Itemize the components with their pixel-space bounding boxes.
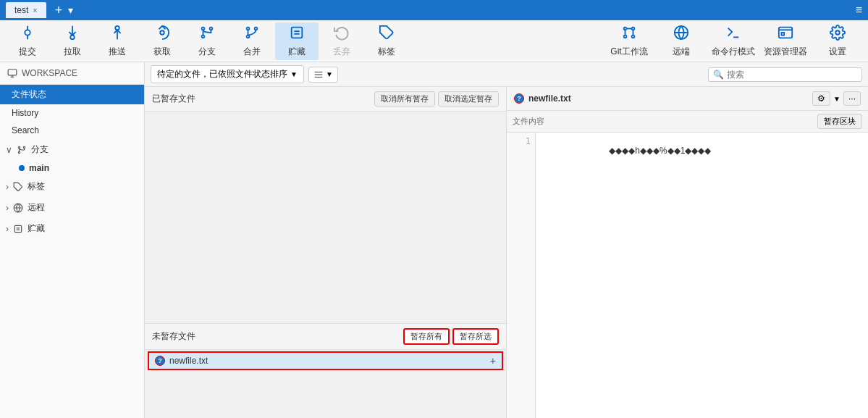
fetch-button[interactable]: 获取 (140, 22, 184, 60)
file-content-question-icon: ? (514, 93, 524, 104)
search-input[interactable] (727, 70, 857, 80)
fetch-label: 获取 (153, 46, 171, 58)
file-question-icon: ? (155, 356, 165, 366)
new-tab-button[interactable]: + (55, 3, 63, 18)
stash-selected-button[interactable]: 暂存所选 (452, 328, 499, 345)
unstashed-section: 未暂存文件 暂存所有 暂存所选 ? newfile.txt + (145, 324, 506, 418)
sidebar: WORKSPACE 文件状态 History Search ∨ 分支 main (0, 62, 145, 418)
filter-dropdown-label: 待定的文件，已依照文件状态排序 (157, 68, 287, 80)
file-name-label: newfile.txt (169, 356, 208, 366)
sidebar-section-header-tags[interactable]: › 标签 (0, 176, 144, 197)
explorer-button[interactable]: 资源管理器 (761, 22, 810, 60)
remote-section-icon (13, 203, 23, 213)
svg-point-0 (25, 30, 30, 35)
settings-icon (830, 25, 846, 44)
svg-rect-41 (14, 225, 21, 232)
svg-point-36 (18, 151, 20, 153)
svg-rect-30 (782, 33, 785, 35)
sidebar-section-stash: › 贮藏 (0, 218, 144, 239)
svg-point-20 (624, 27, 627, 30)
tag-label: 标签 (378, 46, 395, 58)
monitor-icon (7, 68, 17, 78)
more-options-button[interactable]: ··· (843, 91, 861, 106)
svg-point-23 (632, 35, 635, 38)
chevron-down-icon: ∨ (6, 145, 12, 155)
branch-section-icon (17, 145, 27, 155)
stash-label: 贮藏 (288, 46, 306, 58)
title-tab[interactable]: test × (6, 2, 46, 18)
close-tab-button[interactable]: × (33, 6, 37, 14)
stash-button[interactable]: 贮藏 (275, 22, 319, 60)
sidebar-section-remotes: › 远程 (0, 197, 144, 218)
cancel-all-stash-button[interactable]: 取消所有暂存 (374, 91, 435, 106)
branch-button[interactable]: 分支 (185, 22, 229, 60)
push-button[interactable]: 推送 (96, 22, 139, 60)
pull-label: 拉取 (64, 46, 81, 58)
settings-button[interactable]: 设置 (813, 22, 862, 60)
sidebar-section-header-stash[interactable]: › 贮藏 (0, 218, 144, 239)
list-icon (313, 70, 324, 80)
current-branch-dot (19, 165, 25, 171)
gitflow-label: Git工作流 (610, 46, 647, 58)
merge-button[interactable]: 合并 (230, 22, 274, 60)
svg-point-37 (23, 146, 25, 148)
gitflow-button[interactable]: Git工作流 (604, 22, 654, 60)
toolbar: 提交 拉取 推送 (0, 20, 868, 62)
pull-button[interactable]: 拉取 (51, 22, 94, 60)
remote-label: 远端 (673, 46, 690, 58)
filter-chevron-icon: ▼ (326, 70, 333, 78)
filter-dropdown[interactable]: 待定的文件，已依照文件状态排序 ▼ (151, 65, 304, 83)
stash-section-icon (13, 224, 23, 234)
discard-label: 丢弃 (333, 46, 350, 58)
stash-block-button[interactable]: 暂存区块 (817, 114, 862, 129)
cancel-selected-stash-button[interactable]: 取消选定暂存 (438, 91, 499, 106)
remote-button[interactable]: 远端 (657, 22, 706, 60)
diff-header-text: 文件内容 (513, 116, 544, 127)
terminal-button[interactable]: 命令行模式 (709, 22, 758, 60)
stash-content: 已暂存文件 取消所有暂存 取消选定暂存 未暂存文件 暂存所有 暂 (145, 87, 868, 418)
filter-list-button[interactable]: ▼ (308, 67, 338, 83)
unstashed-file-row[interactable]: ? newfile.txt + (148, 351, 503, 370)
svg-rect-32 (8, 70, 17, 75)
branch-icon (199, 25, 215, 44)
dropdown-chevron-icon: ▼ (290, 70, 298, 78)
sidebar-section-header-remotes[interactable]: › 远程 (0, 197, 144, 218)
commit-button[interactable]: 提交 (6, 22, 49, 60)
stash-all-button[interactable]: 暂存所有 (403, 328, 450, 345)
sidebar-item-search[interactable]: Search (0, 122, 144, 139)
search-box[interactable] (708, 67, 862, 82)
files-panel: 已暂存文件 取消所有暂存 取消选定暂存 未暂存文件 暂存所有 暂 (145, 87, 507, 418)
filter-left: 待定的文件，已依照文件状态排序 ▼ ▼ (151, 65, 338, 83)
diff-area: 1 ◆◆◆◆h◆◆◆%◆◆1◆◆◆◆ (507, 133, 868, 418)
chevron-right-icon-stash: › (6, 224, 9, 234)
merge-icon (244, 25, 260, 44)
gitflow-icon (621, 25, 637, 44)
commit-label: 提交 (19, 46, 36, 58)
branch-main-item[interactable]: main (0, 160, 144, 176)
file-content-title: ? newfile.txt (514, 93, 571, 104)
tag-button[interactable]: 标签 (365, 22, 408, 60)
discard-button[interactable]: 丢弃 (320, 22, 363, 60)
pull-icon (64, 25, 80, 44)
sidebar-section-header-branch[interactable]: ∨ 分支 (0, 139, 144, 160)
svg-point-12 (247, 27, 250, 30)
sidebar-item-history[interactable]: History (0, 104, 144, 122)
terminal-label: 命令行模式 (712, 46, 755, 58)
svg-point-10 (210, 27, 213, 30)
gear-settings-button[interactable]: ⚙ (812, 91, 830, 106)
file-content-header: ? newfile.txt ⚙ ▼ ··· (507, 87, 868, 111)
svg-point-13 (255, 27, 258, 30)
svg-point-21 (632, 27, 635, 30)
tab-menu-button[interactable]: ▾ (68, 4, 73, 16)
stashed-section: 已暂存文件 取消所有暂存 取消选定暂存 (145, 87, 506, 324)
stashed-section-actions: 取消所有暂存 取消选定暂存 (374, 91, 499, 106)
sidebar-item-file-status[interactable]: 文件状态 (0, 85, 144, 104)
sidebar-workspace: WORKSPACE (0, 62, 144, 85)
filter-bar: 待定的文件，已依照文件状态排序 ▼ ▼ (145, 62, 868, 87)
stashed-section-header: 已暂存文件 取消所有暂存 取消选定暂存 (145, 87, 506, 112)
branch-label: 分支 (198, 46, 216, 58)
unstashed-section-actions: 暂存所有 暂存所选 (403, 328, 499, 345)
window-menu-button[interactable]: ≡ (856, 4, 862, 17)
stash-icon (289, 25, 305, 44)
stashed-section-title: 已暂存文件 (152, 93, 195, 105)
